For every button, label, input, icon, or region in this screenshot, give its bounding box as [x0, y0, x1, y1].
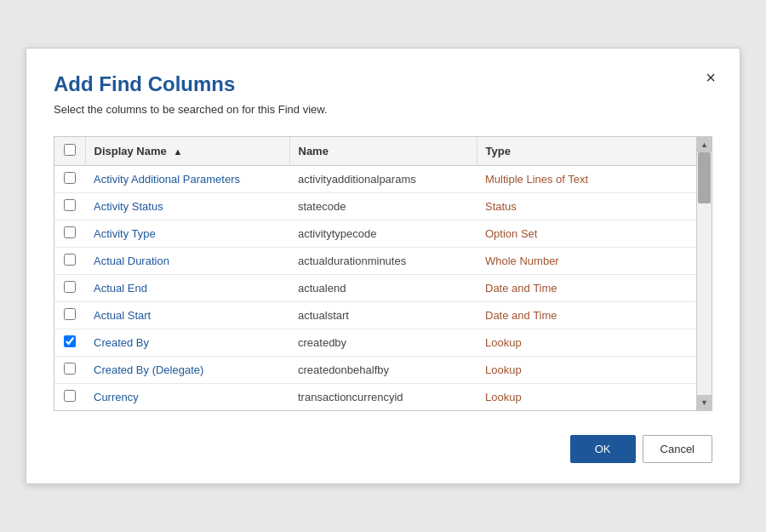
row-name: transactioncurrencyid	[289, 384, 477, 411]
row-display-name: Activity Type	[85, 220, 289, 248]
scrollbar[interactable]: ▲ ▼	[696, 137, 712, 410]
row-type: Lookup	[477, 357, 696, 384]
row-name: createdonbehalfby	[289, 357, 477, 384]
cancel-button[interactable]: Cancel	[643, 435, 712, 463]
row-checkbox[interactable]	[64, 199, 76, 211]
row-checkbox-cell	[54, 166, 85, 193]
table-row: Created By (Delegate)createdonbehalfbyLo…	[54, 357, 696, 384]
row-checkbox-cell	[54, 220, 85, 248]
dialog-title: Add Find Columns	[54, 72, 712, 96]
row-name: actualend	[289, 275, 477, 302]
row-checkbox[interactable]	[64, 172, 76, 184]
row-checkbox[interactable]	[64, 226, 76, 238]
row-checkbox-cell	[54, 357, 85, 384]
scroll-down-button[interactable]: ▼	[697, 395, 712, 410]
table-body: Activity Additional Parametersactivityad…	[54, 166, 696, 411]
row-type: Multiple Lines of Text	[477, 166, 696, 193]
header-display-name[interactable]: Display Name ▲	[85, 137, 289, 166]
row-display-name: Currency	[85, 384, 289, 411]
ok-button[interactable]: OK	[570, 435, 636, 463]
row-display-name: Activity Status	[85, 193, 289, 220]
dialog-subtitle: Select the columns to be searched on for…	[54, 103, 712, 116]
table-header-row: Display Name ▲ Name Type	[54, 137, 696, 166]
row-type: Date and Time	[477, 302, 696, 329]
row-checkbox[interactable]	[64, 390, 76, 402]
row-checkbox[interactable]	[64, 254, 76, 266]
table-row: Actual DurationactualdurationminutesWhol…	[54, 248, 696, 275]
row-checkbox[interactable]	[64, 363, 76, 375]
row-checkbox-cell	[54, 248, 85, 275]
row-type: Date and Time	[477, 275, 696, 302]
row-name: statecode	[289, 193, 477, 220]
row-type: Lookup	[477, 384, 696, 411]
header-type: Type	[477, 137, 696, 166]
columns-table: Display Name ▲ Name Type Activity Additi…	[54, 137, 696, 410]
row-checkbox-cell	[54, 302, 85, 329]
row-checkbox[interactable]	[64, 335, 76, 347]
row-display-name: Created By (Delegate)	[85, 357, 289, 384]
table-row: Activity Additional Parametersactivityad…	[54, 166, 696, 193]
row-checkbox[interactable]	[64, 308, 76, 320]
row-name: createdby	[289, 329, 477, 357]
row-type: Lookup	[477, 329, 696, 357]
sort-arrow-icon: ▲	[173, 146, 182, 157]
row-checkbox-cell	[54, 193, 85, 220]
columns-table-container: Display Name ▲ Name Type Activity Additi…	[54, 136, 712, 411]
row-name: activitytypecode	[289, 220, 477, 248]
row-name: activityadditionalparams	[289, 166, 477, 193]
row-checkbox[interactable]	[64, 281, 76, 293]
row-checkbox-cell	[54, 275, 85, 302]
table-scroll-area: Display Name ▲ Name Type Activity Additi…	[54, 137, 696, 410]
table-row: Actual StartactualstartDate and Time	[54, 302, 696, 329]
row-type: Whole Number	[477, 248, 696, 275]
table-row: Actual EndactualendDate and Time	[54, 275, 696, 302]
row-type: Option Set	[477, 220, 696, 248]
scroll-thumb[interactable]	[698, 152, 711, 203]
table-row: Activity TypeactivitytypecodeOption Set	[54, 220, 696, 248]
select-all-checkbox[interactable]	[64, 144, 76, 156]
row-checkbox-cell	[54, 329, 85, 357]
row-display-name: Actual Start	[85, 302, 289, 329]
dialog-footer: OK Cancel	[54, 432, 712, 463]
row-name: actualstart	[289, 302, 477, 329]
row-checkbox-cell	[54, 384, 85, 411]
scroll-track: ▲ ▼	[697, 137, 712, 410]
table-row: Created BycreatedbyLookup	[54, 329, 696, 357]
row-display-name: Created By	[85, 329, 289, 357]
row-type: Status	[477, 193, 696, 220]
close-button[interactable]: ×	[706, 69, 716, 86]
add-find-columns-dialog: Add Find Columns Select the columns to b…	[26, 48, 740, 484]
row-display-name: Activity Additional Parameters	[85, 166, 289, 193]
header-checkbox-cell	[54, 137, 85, 166]
header-name: Name	[289, 137, 477, 166]
table-row: CurrencytransactioncurrencyidLookup	[54, 384, 696, 411]
scroll-up-button[interactable]: ▲	[697, 137, 712, 152]
row-display-name: Actual Duration	[85, 248, 289, 275]
table-row: Activity StatusstatecodeStatus	[54, 193, 696, 220]
row-display-name: Actual End	[85, 275, 289, 302]
row-name: actualdurationminutes	[289, 248, 477, 275]
